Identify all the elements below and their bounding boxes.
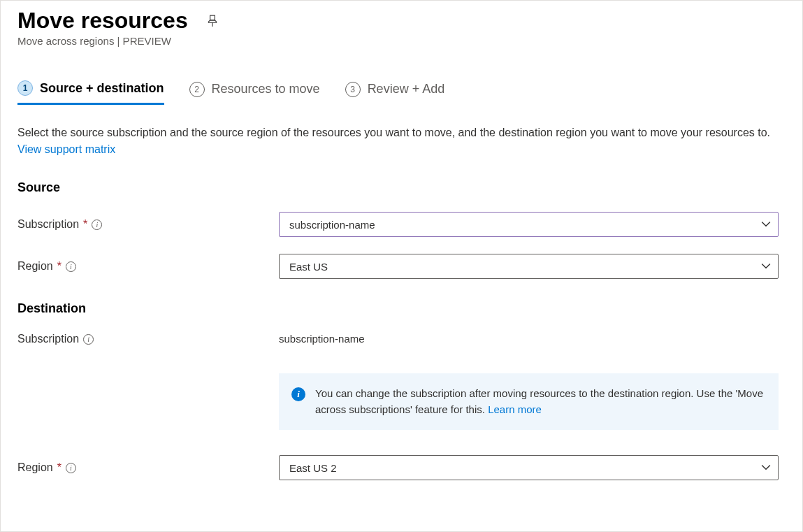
description-body: Select the source subscription and the s… xyxy=(17,127,770,138)
description-text: Select the source subscription and the s… xyxy=(17,124,772,158)
page-title: Move resources xyxy=(17,8,188,34)
select-value: East US xyxy=(289,261,328,273)
learn-more-link[interactable]: Learn more xyxy=(488,403,542,415)
label-text: Region xyxy=(17,461,53,474)
info-icon: i xyxy=(291,387,305,401)
source-subscription-label: Subscription * i xyxy=(17,218,279,231)
tab-step-number: 3 xyxy=(345,82,361,97)
move-resources-page: Move resources Move across regions | PRE… xyxy=(0,0,803,532)
source-subscription-row: Subscription * i subscription-name xyxy=(17,212,786,237)
label-text: Region xyxy=(17,260,53,273)
tab-review-add[interactable]: 3 Review + Add xyxy=(345,80,445,105)
view-support-matrix-link[interactable]: View support matrix xyxy=(17,143,115,155)
required-indicator: * xyxy=(83,218,87,231)
destination-subscription-label: Subscription i xyxy=(17,333,279,345)
chevron-down-icon xyxy=(761,261,771,271)
label-text: Subscription xyxy=(17,218,79,231)
tab-resources-to-move[interactable]: 2 Resources to move xyxy=(189,80,320,105)
banner-text: You can change the subscription after mo… xyxy=(315,386,766,417)
chevron-down-icon xyxy=(761,463,771,473)
source-region-select[interactable]: East US xyxy=(279,254,779,279)
destination-subscription-value: subscription-name xyxy=(279,333,365,345)
chevron-down-icon xyxy=(761,220,771,229)
tab-label: Source + destination xyxy=(40,81,164,96)
title-row: Move resources xyxy=(17,8,786,34)
destination-heading: Destination xyxy=(17,301,786,316)
destination-region-row: Region * i East US 2 xyxy=(17,455,786,480)
label-text: Subscription xyxy=(17,333,79,345)
destination-subscription-row: Subscription i subscription-name xyxy=(17,333,786,345)
wizard-tabs: 1 Source + destination 2 Resources to mo… xyxy=(17,80,786,105)
required-indicator: * xyxy=(57,461,62,474)
info-icon[interactable]: i xyxy=(66,261,76,272)
required-indicator: * xyxy=(57,260,62,273)
source-heading: Source xyxy=(17,180,786,195)
tab-label: Resources to move xyxy=(212,82,320,96)
destination-region-select[interactable]: East US 2 xyxy=(279,455,779,480)
select-value: East US 2 xyxy=(289,462,337,474)
tab-step-number: 2 xyxy=(189,82,205,97)
tab-step-number: 1 xyxy=(17,80,33,96)
svg-rect-0 xyxy=(210,15,215,20)
destination-region-label: Region * i xyxy=(17,461,279,474)
info-icon[interactable]: i xyxy=(83,334,94,345)
page-subtitle: Move across regions | PREVIEW xyxy=(17,35,786,47)
source-region-label: Region * i xyxy=(17,260,279,273)
pin-icon[interactable] xyxy=(206,15,219,27)
subscription-info-banner: i You can change the subscription after … xyxy=(279,373,779,430)
tab-source-destination[interactable]: 1 Source + destination xyxy=(17,80,164,105)
tab-label: Review + Add xyxy=(368,82,445,96)
info-icon[interactable]: i xyxy=(92,220,102,230)
source-region-row: Region * i East US xyxy=(17,254,786,279)
info-icon[interactable]: i xyxy=(66,463,76,473)
source-subscription-select[interactable]: subscription-name xyxy=(279,212,779,237)
select-value: subscription-name xyxy=(289,219,375,231)
